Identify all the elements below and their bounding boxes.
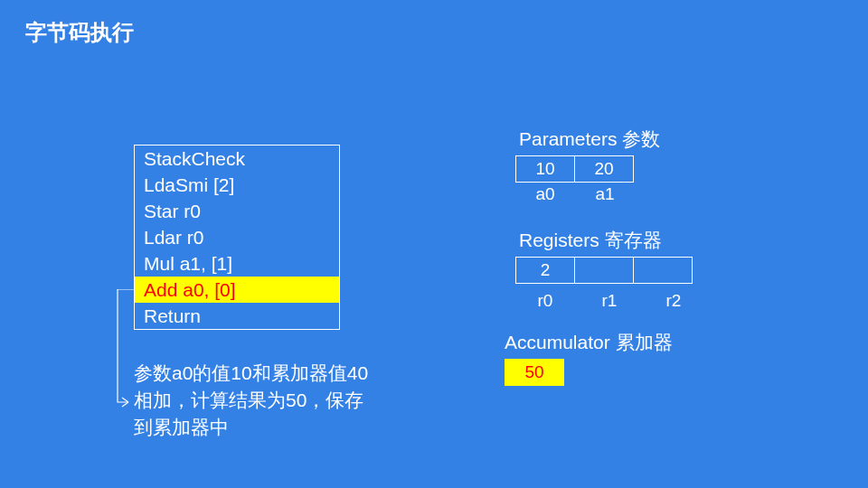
reg-cell-r1 <box>574 257 634 284</box>
accumulator-label: Accumulator 累加器 <box>505 330 673 355</box>
bytecode-line: Return <box>135 303 339 329</box>
parameters-cells: 10 20 <box>515 155 660 183</box>
reg-name-r2: r2 <box>644 291 703 311</box>
registers-label: Registers 寄存器 <box>519 228 703 253</box>
parameters-names: a0 a1 <box>515 184 660 204</box>
bytecode-line: Mul a1, [1] <box>135 250 339 277</box>
bytecode-line: Ldar r0 <box>135 224 339 250</box>
registers-cells: 2 <box>515 257 703 284</box>
param-cell-a1: 20 <box>574 155 634 183</box>
parameters-label: Parameters 参数 <box>519 127 660 152</box>
parameters-block: Parameters 参数 10 20 a0 a1 <box>515 127 660 204</box>
bytecode-line: LdaSmi [2] <box>135 172 339 198</box>
accumulator-block: Accumulator 累加器 50 <box>505 330 673 386</box>
accumulator-value: 50 <box>505 359 564 386</box>
accumulator-cells: 50 <box>505 359 673 386</box>
bytecode-line-current: Add a0, [0] <box>135 277 339 303</box>
bytecode-line: Star r0 <box>135 198 339 224</box>
reg-name-r1: r1 <box>575 291 644 311</box>
reg-cell-r0: 2 <box>515 257 575 284</box>
bytecode-listing: StackCheck LdaSmi [2] Star r0 Ldar r0 Mu… <box>134 145 340 330</box>
reg-name-r0: r0 <box>515 291 575 311</box>
registers-names: r0 r1 r2 <box>515 291 703 311</box>
param-name-a0: a0 <box>515 184 575 204</box>
slide-title: 字节码执行 <box>25 18 134 47</box>
annotation-text: 参数a0的值10和累加器值40相加，计算结果为50，保存到累加器中 <box>134 360 369 441</box>
param-cell-a0: 10 <box>515 155 575 183</box>
reg-cell-r2 <box>633 257 693 284</box>
bytecode-line: StackCheck <box>135 145 339 172</box>
registers-block: Registers 寄存器 2 r0 r1 r2 <box>515 228 703 311</box>
param-name-a1: a1 <box>575 184 635 204</box>
